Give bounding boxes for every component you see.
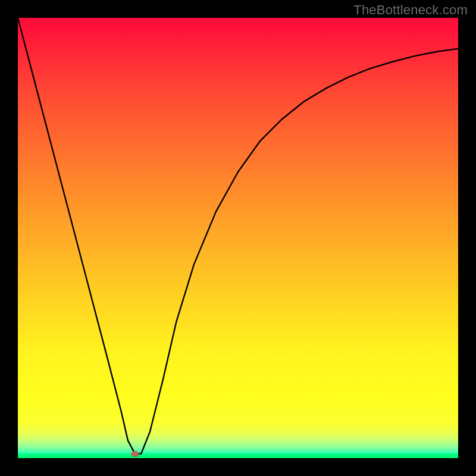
optimal-marker	[131, 451, 139, 457]
bottleneck-curve	[18, 18, 458, 458]
curve-path	[18, 18, 458, 454]
watermark-text: TheBottleneck.com	[353, 2, 468, 18]
plot-area	[18, 18, 458, 458]
